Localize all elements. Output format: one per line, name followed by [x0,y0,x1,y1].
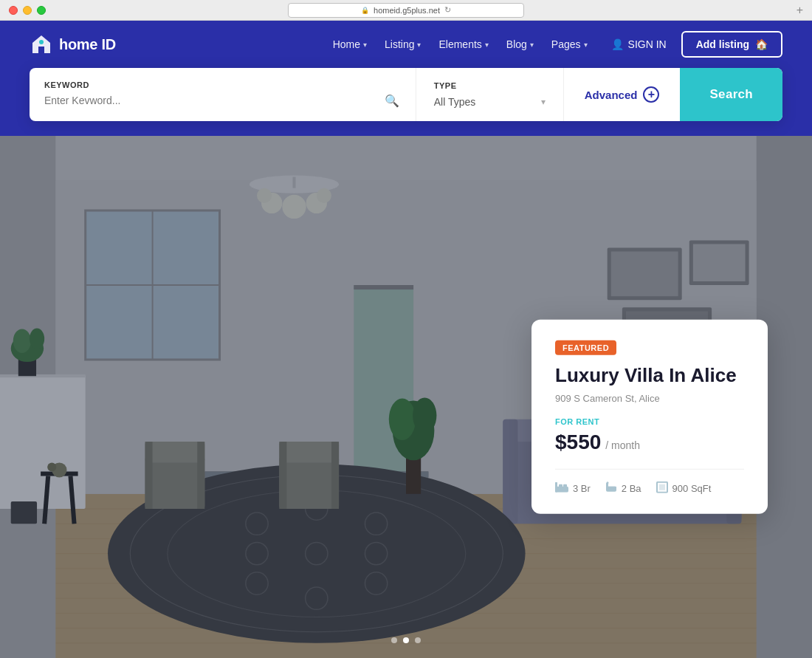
featured-badge: FEATURED [555,340,616,354]
carousel-dots [391,637,421,643]
type-label: TYPE [434,81,546,90]
bed-icon [555,481,568,495]
chevron-down-icon: ▾ [417,41,421,49]
nav-home[interactable]: Home ▾ [333,38,367,50]
nav-listing[interactable]: Listing ▾ [385,38,421,50]
svg-point-94 [606,481,608,484]
type-value: All Types [434,96,476,108]
logo-text: home ID [59,36,116,53]
nav-links: Home ▾ Listing ▾ Elements ▾ Blog ▾ Pages… [333,38,588,50]
keyword-section: KEYWORD 🔍 [30,68,416,121]
property-features: 3 Br 2 Ba [555,481,744,496]
lock-icon: 🔒 [361,7,369,14]
property-divider [555,468,744,469]
bathrooms-value: 2 Ba [622,483,641,494]
property-address: 909 S Cameron St, Alice [555,392,744,403]
logo-icon [30,32,53,56]
chevron-down-icon: ▾ [530,41,534,49]
svg-rect-90 [563,484,567,487]
nav-blog[interactable]: Blog ▾ [506,38,534,50]
carousel-dot-1[interactable] [391,637,397,643]
property-card: FEATURED Luxury Villa In Alice 909 S Cam… [531,319,768,513]
feature-bedrooms: 3 Br [555,481,591,495]
address-bar[interactable]: 🔒 homeid.g5plus.net ↻ [288,3,524,18]
hero-area: FEATURED Luxury Villa In Alice 909 S Cam… [0,136,812,658]
price-row: $550 / month [555,430,744,453]
nav-pages[interactable]: Pages ▾ [551,38,588,50]
search-button[interactable]: Search [680,68,782,121]
bedrooms-value: 3 Br [573,483,591,494]
nav-actions: 👤 SIGN IN Add listing 🏠 [611,31,782,58]
feature-area: 900 SqFt [656,481,712,496]
traffic-lights [9,6,46,15]
bath-icon [605,481,617,496]
plus-icon: + [643,86,659,103]
type-select-row[interactable]: All Types ▾ [434,96,546,108]
fullscreen-button[interactable] [37,6,46,15]
area-icon [656,481,668,496]
chevron-down-icon: ▾ [584,41,588,49]
property-title: Luxury Villa In Alice [555,363,744,386]
logo-area[interactable]: home ID [30,32,116,56]
keyword-input[interactable] [44,95,377,106]
navbar: home ID Home ▾ Listing ▾ Elements ▾ Blog… [0,21,812,68]
nav-elements[interactable]: Elements ▾ [438,38,488,50]
area-value: 900 SqFt [672,483,712,494]
home-icon: 🏠 [755,38,768,50]
svg-rect-89 [559,484,562,487]
search-bar-area: KEYWORD 🔍 TYPE All Types ▾ Advanced + [0,68,812,136]
chevron-down-icon: ▾ [363,41,367,49]
user-icon: 👤 [611,38,624,50]
refresh-icon[interactable]: ↻ [444,5,451,15]
price-amount: $550 [555,430,601,453]
add-listing-button[interactable]: Add listing 🏠 [681,31,782,58]
type-chevron-icon: ▾ [541,97,546,107]
type-section: TYPE All Types ▾ [416,68,564,121]
svg-rect-88 [555,481,557,492]
keyword-label: KEYWORD [44,80,401,89]
minimize-button[interactable] [23,6,32,15]
chevron-down-icon: ▾ [485,41,489,49]
for-rent-label: FOR RENT [555,417,744,425]
svg-rect-96 [659,484,665,490]
keyword-input-row: 🔍 [44,92,401,109]
close-button[interactable] [9,6,18,15]
url-text: homeid.g5plus.net [374,6,440,15]
browser-content: home ID Home ▾ Listing ▾ Elements ▾ Blog… [0,21,812,658]
search-icon: 🔍 [385,95,399,107]
carousel-dot-2[interactable] [403,637,409,643]
advanced-button[interactable]: Advanced + [564,68,681,121]
search-container: KEYWORD 🔍 TYPE All Types ▾ Advanced + [30,68,782,121]
carousel-dot-3[interactable] [415,637,421,643]
window-chrome: 🔒 homeid.g5plus.net ↻ + [0,0,812,21]
keyword-search-icon[interactable]: 🔍 [383,92,401,109]
feature-bathrooms: 2 Ba [605,481,641,496]
svg-point-0 [39,40,44,44]
price-period: / month [605,439,640,450]
sign-in-button[interactable]: 👤 SIGN IN [611,38,667,50]
new-tab-button[interactable]: + [796,4,803,17]
